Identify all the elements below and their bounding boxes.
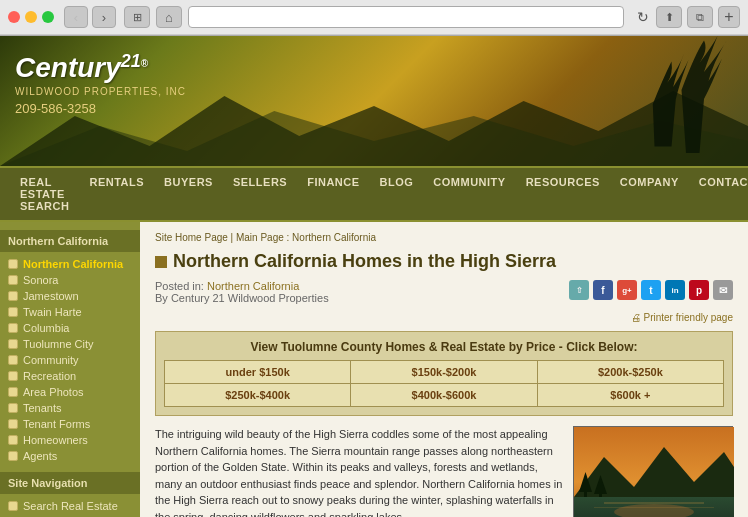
article-image: [573, 426, 733, 517]
posted-in-label: Posted in:: [155, 280, 204, 292]
price-cell-600k-plus[interactable]: $600k +: [537, 384, 723, 407]
logo-sup: 21: [121, 51, 141, 71]
sidebar-item-recreation[interactable]: Recreation: [0, 368, 140, 384]
facebook-icon[interactable]: f: [593, 280, 613, 300]
sidebar-item-tenants[interactable]: Tenants: [0, 400, 140, 416]
content-area: Site Home Page | Main Page : Northern Ca…: [140, 222, 748, 517]
breadcrumb: Site Home Page | Main Page : Northern Ca…: [155, 232, 733, 243]
view-button[interactable]: ⊞: [124, 6, 150, 28]
maximize-button[interactable]: [42, 11, 54, 23]
nature-photo-svg: [574, 427, 734, 517]
nav-item-finance[interactable]: FINANCE: [297, 168, 369, 220]
forward-button[interactable]: ›: [92, 6, 116, 28]
sidebar-link-agents[interactable]: Agents: [23, 450, 57, 462]
logo-trademark: ®: [141, 58, 148, 69]
new-tab-button[interactable]: +: [718, 6, 740, 28]
google-plus-icon[interactable]: g+: [617, 280, 637, 300]
svg-rect-10: [604, 502, 704, 504]
browser-toolbar-right: ⬆ ⧉ +: [656, 6, 740, 28]
sidebar-link-twain-harte[interactable]: Twain Harte: [23, 306, 82, 318]
sidebar-item-tuolumne-city[interactable]: Tuolumne City: [0, 336, 140, 352]
sidebar-link-community[interactable]: Community: [23, 354, 79, 366]
nav-item-company[interactable]: COMPANY: [610, 168, 689, 220]
sidebar-item-tenant-forms[interactable]: Tenant Forms: [0, 416, 140, 432]
minimize-button[interactable]: [25, 11, 37, 23]
printer-label: Printer friendly page: [644, 312, 734, 323]
browser-titlebar: ‹ › ⊞ ⌂ ↻ ⬆ ⧉ +: [0, 0, 748, 35]
site-header: Century21® Wildwood Properties, Inc 209-…: [0, 36, 748, 166]
page-title-icon: [155, 256, 167, 268]
page-title: Northern California Homes in the High Si…: [155, 251, 733, 272]
address-bar[interactable]: [188, 6, 624, 28]
nav-item-blog[interactable]: BLOG: [370, 168, 424, 220]
close-button[interactable]: [8, 11, 20, 23]
sidebar: Northern California Northern California …: [0, 222, 140, 517]
twitter-icon[interactable]: t: [641, 280, 661, 300]
sidebar-link-tenants[interactable]: Tenants: [23, 402, 62, 414]
sidebar-item-community[interactable]: Community: [0, 352, 140, 368]
price-section-title: View Tuolumne County Homes & Real Estate…: [164, 340, 724, 354]
sidebar-item-search-real-estate[interactable]: Search Real Estate: [0, 498, 140, 514]
nav-buttons: ‹ ›: [64, 6, 116, 28]
sidebar-link-tenant-forms[interactable]: Tenant Forms: [23, 418, 90, 430]
logo-text: Century21®: [15, 51, 186, 84]
email-icon[interactable]: ✉: [713, 280, 733, 300]
posted-in-link[interactable]: Northern California: [207, 280, 299, 292]
main-navigation: REAL ESTATE SEARCH RENTALS BUYERS SELLER…: [0, 166, 748, 222]
sidebar-bullet-icon: [8, 403, 18, 413]
home-button[interactable]: ⌂: [156, 6, 182, 28]
tree-silhouette: [578, 36, 728, 166]
nav-item-buyers[interactable]: BUYERS: [154, 168, 223, 220]
sidebar-item-northern-california[interactable]: Northern California: [0, 256, 140, 272]
sidebar-link-sonora[interactable]: Sonora: [23, 274, 58, 286]
sidebar-item-agents[interactable]: Agents: [0, 448, 140, 464]
sidebar-bullet-icon: [8, 451, 18, 461]
sidebar-bullet-icon: [8, 355, 18, 365]
page-title-text: Northern California Homes in the High Si…: [173, 251, 556, 272]
sidebar-bullet-icon: [8, 275, 18, 285]
price-cell-250k-400k[interactable]: $250k-$400k: [165, 384, 351, 407]
price-table: under $150k $150k-$200k $200k-$250k $250…: [164, 360, 724, 407]
sidebar-item-jamestown[interactable]: Jamestown: [0, 288, 140, 304]
printer-friendly-link[interactable]: 🖨 Printer friendly page: [631, 312, 734, 323]
sidebar-item-sonora[interactable]: Sonora: [0, 272, 140, 288]
sidebar-link-recreation[interactable]: Recreation: [23, 370, 76, 382]
pinterest-icon[interactable]: p: [689, 280, 709, 300]
sidebar-section1-title: Northern California: [0, 230, 140, 252]
address-bar-area: ⊞ ⌂ ↻: [124, 6, 656, 28]
share-icon[interactable]: ⇧: [569, 280, 589, 300]
sidebar-link-northern-california[interactable]: Northern California: [23, 258, 123, 270]
windows-button[interactable]: ⧉: [687, 6, 713, 28]
nav-item-sellers[interactable]: SELLERS: [223, 168, 297, 220]
sidebar-item-columbia[interactable]: Columbia: [0, 320, 140, 336]
nav-item-community[interactable]: COMMUNITY: [423, 168, 515, 220]
sidebar-link-tuolumne-city[interactable]: Tuolumne City: [23, 338, 94, 350]
sidebar-item-twain-harte[interactable]: Twain Harte: [0, 304, 140, 320]
logo-area: Century21® Wildwood Properties, Inc 209-…: [15, 51, 186, 116]
sidebar-link-columbia[interactable]: Columbia: [23, 322, 69, 334]
website: Century21® Wildwood Properties, Inc 209-…: [0, 36, 748, 517]
sidebar-link-area-photos[interactable]: Area Photos: [23, 386, 84, 398]
nav-item-resources[interactable]: RESOURCES: [516, 168, 610, 220]
social-bar: ⇧ f g+ t in p ✉: [569, 280, 733, 300]
refresh-button[interactable]: ↻: [630, 6, 656, 28]
sidebar-item-homeowners[interactable]: Homeowners: [0, 432, 140, 448]
nav-item-contact[interactable]: CONTACT: [689, 168, 748, 220]
nav-item-real-estate-search[interactable]: REAL ESTATE SEARCH: [10, 168, 79, 220]
price-cell-150k-200k[interactable]: $150k-$200k: [351, 361, 537, 384]
sidebar-item-area-photos[interactable]: Area Photos: [0, 384, 140, 400]
article-text: The intriguing wild beauty of the High S…: [155, 426, 563, 517]
main-content: Northern California Northern California …: [0, 222, 748, 517]
svg-rect-11: [594, 507, 714, 508]
share-button[interactable]: ⬆: [656, 6, 682, 28]
logo-subtitle: Wildwood Properties, Inc: [15, 86, 186, 97]
sidebar-link-jamestown[interactable]: Jamestown: [23, 290, 79, 302]
price-cell-400k-600k[interactable]: $400k-$600k: [351, 384, 537, 407]
price-cell-200k-250k[interactable]: $200k-$250k: [537, 361, 723, 384]
sidebar-link-search-real-estate[interactable]: Search Real Estate: [23, 500, 118, 512]
sidebar-link-homeowners[interactable]: Homeowners: [23, 434, 88, 446]
linkedin-icon[interactable]: in: [665, 280, 685, 300]
price-cell-under-150k[interactable]: under $150k: [165, 361, 351, 384]
nav-item-rentals[interactable]: RENTALS: [79, 168, 154, 220]
back-button[interactable]: ‹: [64, 6, 88, 28]
